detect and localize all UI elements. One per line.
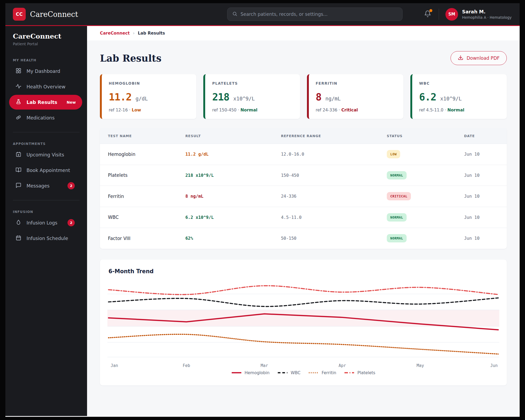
- stat-value: 8: [316, 91, 321, 103]
- legend-swatch-dashed: [278, 372, 288, 374]
- stat-value-row: 8 ng/mL: [316, 91, 396, 103]
- sidebar-item-label: Upcoming Visits: [27, 152, 64, 158]
- x-tick-apr: Apr: [339, 363, 346, 368]
- sidebar-item-label: My Dashboard: [27, 69, 60, 74]
- sidebar-item-label: Lab Results: [27, 100, 57, 105]
- test-name: Ferritin: [100, 194, 185, 199]
- topbar: CC CareConnect SM Sarah M. Hemophilia A …: [5, 3, 520, 26]
- user-menu[interactable]: SM Sarah M. Hemophilia A · Hematology: [445, 8, 512, 21]
- sidebar-item-health-overview[interactable]: Health Overview: [9, 79, 82, 94]
- test-status-cell: CRITICAL: [387, 192, 464, 200]
- sidebar-item-medications[interactable]: Medications: [9, 110, 82, 125]
- sidebar-item-label: Book Appointment: [27, 168, 70, 173]
- stat-status: Normal: [447, 108, 464, 112]
- chart-legend: HemoglobinWBCFerritinPlatelets: [107, 369, 499, 379]
- table-header-row: TEST NAME RESULT REFERENCE RANGE STATUS …: [100, 128, 507, 144]
- nav-infusion: Infusion Logs 2 Infusion Schedule: [5, 215, 87, 246]
- test-result: 11.2 g/dL: [185, 152, 281, 157]
- test-name: Hemoglobin: [100, 152, 185, 157]
- pill-icon: [16, 114, 21, 121]
- sidebar-item-upcoming-visits[interactable]: Upcoming Visits: [9, 147, 82, 162]
- topbar-divider: [439, 9, 439, 20]
- legend-swatch-dotted: [309, 372, 319, 374]
- nav-appointments: Upcoming Visits Book Appointment Message…: [5, 147, 87, 193]
- sidebar-title: CareConnect: [13, 32, 80, 40]
- stat-ref-line: ref 150-450 · Normal: [212, 108, 293, 112]
- stat-label: HEMOGLOBIN: [109, 81, 189, 85]
- notifications-button[interactable]: [423, 9, 432, 19]
- test-name: Factor VIII: [100, 236, 185, 241]
- test-range: 150-450: [281, 173, 387, 178]
- legend-item-platelets[interactable]: Platelets: [344, 370, 375, 375]
- test-date: Jun 10: [464, 173, 507, 178]
- stat-unit: x10^9/L: [440, 96, 462, 102]
- sidebar-item-label: Infusion Schedule: [27, 236, 68, 241]
- status-badge: NORMAL: [387, 234, 407, 242]
- dashboard-icon: [16, 68, 21, 75]
- stat-card-platelets: PLATELETS 218 x10^9/L ref 150-450 · Norm…: [203, 74, 300, 119]
- breadcrumb: CareConnect › Lab Results: [87, 26, 520, 40]
- stat-unit: x10^9/L: [233, 96, 255, 102]
- series-line-platelets: [108, 286, 498, 294]
- sidebar-item-lab-results[interactable]: Lab Results New: [9, 95, 82, 110]
- calendar-plus-icon: [16, 151, 21, 158]
- sidebar-item-my-dashboard[interactable]: My Dashboard: [9, 64, 82, 78]
- table-row-hemoglobin: Hemoglobin 11.2 g/dL 12.0-16.0 LOW Jun 1…: [100, 144, 507, 165]
- stat-value: 11.2: [109, 91, 132, 103]
- test-date: Jun 10: [464, 194, 507, 199]
- page-content: Lab Results Download PDF HEMOGLOBIN 11.2…: [87, 40, 520, 398]
- stat-ref: ref 150-450 ·: [212, 108, 239, 112]
- legend-label: Platelets: [357, 370, 375, 375]
- test-status-cell: LOW: [387, 150, 464, 158]
- search-bar[interactable]: [227, 8, 403, 21]
- trend-chart: JanFebMarAprMayJun: [107, 277, 499, 369]
- sidebar-item-book-appointment[interactable]: Book Appointment: [9, 163, 82, 178]
- test-name: Platelets: [100, 172, 185, 178]
- download-pdf-label: Download PDF: [467, 55, 500, 61]
- table-row-wbc: WBC 6.2 x10^9/L 4.5-11.0 NORMAL Jun 10: [100, 207, 507, 228]
- legend-label: Hemoglobin: [245, 370, 269, 375]
- sidebar-item-messages[interactable]: Messages 2: [9, 178, 82, 193]
- x-tick-feb: Feb: [183, 363, 190, 368]
- sidebar-divider: [13, 200, 80, 200]
- stat-card-ferritin: FERRITIN 8 ng/mL ref 24-336 · Critical: [307, 74, 403, 119]
- app-title: CareConnect: [30, 10, 78, 18]
- legend-item-wbc[interactable]: WBC: [278, 370, 301, 375]
- breadcrumb-separator: ›: [133, 31, 134, 36]
- stat-label: WBC: [419, 81, 500, 85]
- brand[interactable]: CC CareConnect: [13, 8, 78, 21]
- stat-ref: ref 24-336 ·: [316, 108, 340, 112]
- logo-text: CC: [16, 12, 23, 17]
- stat-label: FERRITIN: [316, 81, 396, 85]
- infusion-logs-count-badge: 2: [68, 219, 75, 226]
- nav-my-health: My Dashboard Health Overview Lab Results…: [5, 64, 87, 125]
- legend-item-ferritin[interactable]: Ferritin: [309, 370, 336, 375]
- status-badge: NORMAL: [387, 213, 407, 222]
- sidebar-item-infusion-schedule[interactable]: Infusion Schedule: [9, 231, 82, 246]
- search-input[interactable]: [241, 12, 398, 17]
- test-status-cell: NORMAL: [387, 171, 464, 179]
- test-result: 8 ng/mL: [185, 194, 281, 199]
- search-icon: [232, 11, 237, 17]
- test-date: Jun 10: [464, 152, 507, 157]
- sidebar-item-infusion-logs[interactable]: Infusion Logs 2: [9, 215, 82, 230]
- breadcrumb-root-link[interactable]: CareConnect: [100, 31, 130, 36]
- legend-swatch-solid: [231, 372, 242, 374]
- droplet-icon: [16, 219, 21, 226]
- test-status-cell: NORMAL: [387, 213, 464, 222]
- status-badge: LOW: [387, 150, 400, 158]
- stat-value: 218: [212, 91, 229, 103]
- chart-title: 6-Month Trend: [108, 268, 499, 275]
- table-row-factor-viii: Factor VIII 62% 50-150 NORMAL Jun 10: [100, 228, 507, 249]
- x-tick-jun: Jun: [490, 363, 498, 368]
- download-pdf-button[interactable]: Download PDF: [451, 51, 507, 65]
- stat-status: Normal: [241, 108, 257, 112]
- legend-item-hemoglobin[interactable]: Hemoglobin: [231, 370, 269, 375]
- column-header-date: DATE: [464, 134, 507, 138]
- sidebar-divider: [13, 132, 80, 132]
- trend-chart-card: 6-Month Trend JanFebMarAprMayJun Hemoglo…: [100, 260, 507, 385]
- stat-status: Critical: [341, 108, 358, 112]
- sidebar-item-label: Health Overview: [27, 84, 65, 89]
- test-name: WBC: [100, 215, 185, 220]
- stat-ref-line: ref 12-16 · Low: [109, 108, 189, 112]
